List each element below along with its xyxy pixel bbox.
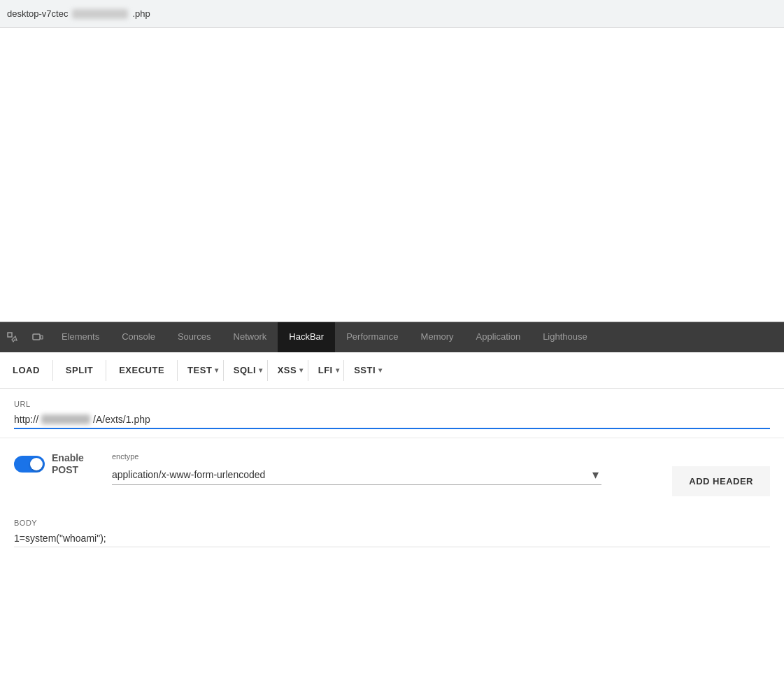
sqli-button[interactable]: SQLI ▾ [224,352,267,388]
svg-rect-0 [8,333,12,337]
tab-network[interactable]: Network [222,322,278,352]
tab-application[interactable]: Application [465,322,532,352]
sqli-dropdown-arrow: ▾ [259,366,263,374]
body-label: Body [14,519,770,527]
svg-rect-2 [41,336,43,339]
enctype-select[interactable]: application/x-www-form-urlencoded multip… [112,465,601,484]
enctype-label: enctype [112,452,601,461]
devtools-panel: Elements Console Sources Network HackBar… [0,322,784,692]
body-value[interactable]: 1=system("whoami"); [14,530,770,547]
svg-rect-1 [33,334,40,340]
test-button[interactable]: TEST ▾ [178,352,223,388]
enable-post-label: EnablePOST [52,452,84,476]
execute-button[interactable]: EXECUTE [106,352,177,388]
browser-title: desktop-v7ctec .php [7,8,150,19]
body-section: Body 1=system("whoami"); [0,507,784,556]
browser-top-bar: desktop-v7ctec .php [0,0,784,28]
ssti-dropdown-arrow: ▾ [378,366,383,374]
url-label: URL [14,400,770,408]
url-section: URL http:// /A/exts/1.php [0,389,784,438]
blurred-url-part [72,9,128,19]
tab-performance[interactable]: Performance [335,322,409,352]
post-section: EnablePOST enctype application/x-www-for… [0,438,784,507]
url-prefix: http:// [14,414,38,425]
tab-lighthouse[interactable]: Lighthouse [532,322,599,352]
url-value[interactable]: http:// /A/exts/1.php [14,411,770,429]
browser-title-suffix: .php [132,8,150,19]
tab-console[interactable]: Console [111,322,166,352]
url-blurred-host [41,415,90,424]
toggle-thumb [30,458,43,470]
inspect-icon-btn[interactable] [0,322,25,352]
toggle-track [14,456,45,473]
enctype-select-wrapper: application/x-www-form-urlencoded multip… [112,465,601,485]
xss-dropdown-arrow: ▾ [299,366,304,374]
lfi-button[interactable]: LFI ▾ [308,352,344,388]
tab-hackbar[interactable]: HackBar [278,322,335,352]
enable-post-toggle[interactable] [14,456,45,473]
lfi-dropdown-arrow: ▾ [336,366,340,374]
hackbar-content: URL http:// /A/exts/1.php EnablePOST en [0,389,784,692]
tab-elements[interactable]: Elements [50,322,111,352]
hackbar-toolbar: LOAD SPLIT EXECUTE TEST ▾ SQLI ▾ XSS ▾ L… [0,352,784,389]
page-content [0,28,784,322]
enctype-section: enctype application/x-www-form-urlencode… [112,452,601,485]
load-button[interactable]: LOAD [0,352,52,388]
test-dropdown-arrow: ▾ [215,366,219,374]
split-button[interactable]: SPLIT [53,352,106,388]
add-header-button[interactable]: ADD HEADER [672,466,770,496]
devtools-tabbar: Elements Console Sources Network HackBar… [0,322,784,352]
xss-button[interactable]: XSS ▾ [268,352,308,388]
device-toggle-icon-btn[interactable] [25,322,50,352]
tab-sources[interactable]: Sources [166,322,222,352]
ssti-button[interactable]: SSTI ▾ [344,352,386,388]
enable-post-container: EnablePOST [14,452,84,476]
browser-title-prefix: desktop-v7ctec [7,8,68,19]
tab-memory[interactable]: Memory [410,322,465,352]
url-path: /A/exts/1.php [93,414,150,425]
